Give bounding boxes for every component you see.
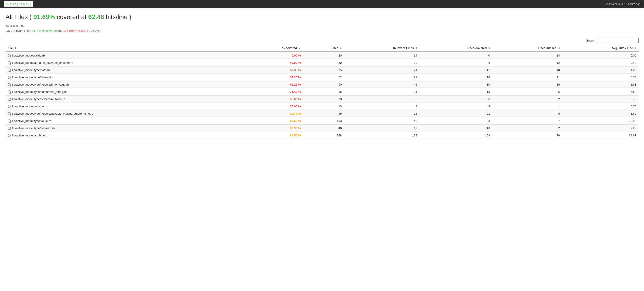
covered-cell: 3 bbox=[420, 103, 492, 110]
relevant-cell: 40 bbox=[344, 117, 420, 125]
title-prefix: All Files ( bbox=[6, 13, 34, 20]
lines-cell: 46 bbox=[303, 125, 344, 132]
main-content: All Files ( 91.69% covered at 62.48 hits… bbox=[0, 8, 644, 143]
file-link[interactable]: lib/active_model/version.rb bbox=[8, 105, 240, 108]
pct-cell: 84.50 % bbox=[242, 132, 303, 139]
avg-cell: 0.75 bbox=[562, 103, 638, 110]
relevant-cell: 21 bbox=[344, 66, 420, 74]
avg-cell: 6.52 bbox=[562, 88, 638, 96]
lines-missed-val: 197 lines missed. bbox=[63, 29, 86, 32]
missed-cell: 12 bbox=[492, 59, 562, 66]
file-cell: lib/active_model/version.rb bbox=[6, 103, 242, 110]
covered-cell: 6 bbox=[420, 96, 492, 103]
file-name: lib/active_model/type/value.rb bbox=[12, 119, 51, 123]
pct-cell: 71.43 % bbox=[242, 88, 303, 96]
page-title: All Files ( 91.69% covered at 62.48 hits… bbox=[6, 13, 638, 21]
avg-cell: 20.98 bbox=[562, 117, 638, 125]
covered-cell: 16 bbox=[420, 74, 492, 81]
and-text: and bbox=[57, 29, 64, 32]
relevant-cell: 27 bbox=[344, 74, 420, 81]
file-link[interactable]: lib/active_model/type/value.rb bbox=[8, 119, 240, 123]
table-row: lib/active_model/type/helpers/mutable.rb… bbox=[6, 96, 638, 103]
file-icon bbox=[8, 61, 11, 64]
relevant-cell: 21 bbox=[344, 88, 420, 96]
lines-cell: 20 bbox=[303, 96, 344, 103]
col-avg-hits[interactable]: Avg. Hits / Line ⇕ bbox=[562, 44, 638, 52]
covered-cell: 109 bbox=[420, 132, 492, 139]
summary: 63 files in total. 2371 relevant lines, … bbox=[6, 23, 638, 33]
pct-cell: 80.77 % bbox=[242, 110, 303, 117]
file-link[interactable]: lib/active_model/type/helpers/accepts_mu… bbox=[8, 112, 240, 115]
file-link[interactable]: lib/active_model/type/helpers/time_value… bbox=[8, 83, 240, 86]
file-icon bbox=[8, 105, 11, 108]
covered-cell: 10 bbox=[420, 125, 492, 132]
col-pct-covered[interactable]: % covered ▲ bbox=[242, 44, 303, 52]
avg-cell: 1.29 bbox=[562, 66, 638, 74]
file-name: lib/active_model/type/helpers/mutable.rb bbox=[12, 97, 65, 101]
covered-cell: 15 bbox=[420, 88, 492, 96]
col-lines[interactable]: Lines ⇕ bbox=[303, 44, 344, 52]
file-cell: lib/active_model/type/helpers/mutable.rb bbox=[6, 96, 242, 103]
file-link[interactable]: lib/active_model/type/float.rb bbox=[8, 68, 240, 72]
avg-cell: 0.75 bbox=[562, 96, 638, 103]
pct-cell: 59.26 % bbox=[242, 74, 303, 81]
file-icon bbox=[8, 83, 11, 86]
col-lines-covered[interactable]: Lines covered ⇕ bbox=[420, 44, 492, 52]
file-name: lib/active_model/type/helpers/time_value… bbox=[12, 83, 69, 86]
file-link[interactable]: lib/active_model/type/helpers/mutable.rb bbox=[8, 97, 240, 101]
file-cell: lib/active_model/type/float.rb bbox=[6, 66, 242, 74]
relevant-cell: 46 bbox=[344, 81, 420, 88]
lines-covered-val: 2174 lines covered bbox=[32, 29, 56, 32]
file-icon bbox=[8, 68, 11, 72]
covered-cell: 8 bbox=[420, 59, 492, 66]
col-lines-missed[interactable]: Lines missed ⇕ bbox=[492, 44, 562, 52]
table-row: lib/active_model/type/helpers/accepts_mu… bbox=[6, 110, 638, 117]
file-icon bbox=[8, 76, 11, 79]
search-input[interactable] bbox=[598, 38, 638, 43]
coverage-pct: 91.69% bbox=[34, 13, 55, 20]
lines-cell: 35 bbox=[303, 88, 344, 96]
file-icon bbox=[8, 98, 11, 101]
file-name: lib/active_model/type/immutable_string.r… bbox=[12, 90, 66, 93]
file-name: lib/active_model/railtie.rb bbox=[12, 54, 45, 57]
missed-cell: 2 bbox=[492, 96, 562, 103]
file-cell: lib/active_model/type/value.rb bbox=[6, 117, 242, 125]
lines-cell: 20 bbox=[303, 52, 344, 59]
pct-cell: 75.00 % bbox=[242, 96, 303, 103]
missed-cell: 6 bbox=[492, 88, 562, 96]
covered-cell: 33 bbox=[420, 117, 492, 125]
col-relevant-lines[interactable]: Relevant Lines ⇕ bbox=[344, 44, 420, 52]
file-link[interactable]: lib/active_model/type/binary.rb bbox=[8, 76, 240, 79]
file-link[interactable]: lib/active_model/railtie.rb bbox=[8, 54, 240, 57]
file-icon bbox=[8, 119, 11, 123]
file-link[interactable]: lib/active_model/attribute_set/yaml_enco… bbox=[8, 61, 240, 64]
missed-cell: 5 bbox=[492, 110, 562, 117]
file-icon bbox=[8, 134, 11, 137]
lines-cell: 133 bbox=[303, 117, 344, 125]
table-row: lib/active_model/type/binary.rb 59.26 % … bbox=[6, 74, 638, 81]
file-name: lib/active_model/type/helpers/accepts_mu… bbox=[12, 112, 94, 115]
table-row: lib/active_model/type/immutable_string.r… bbox=[6, 88, 638, 96]
lines-cell: 35 bbox=[303, 66, 344, 74]
file-cell: lib/active_model/type/immutable_string.r… bbox=[6, 88, 242, 96]
col-file[interactable]: File ⇕ bbox=[6, 44, 242, 52]
covered-cell: 11 bbox=[420, 66, 492, 74]
lines-cell: 10 bbox=[303, 103, 344, 110]
avg-cell: 3.69 bbox=[562, 110, 638, 117]
file-link[interactable]: lib/active_model/type/immutable_string.r… bbox=[8, 90, 240, 93]
avg-cell: 0.74 bbox=[562, 74, 638, 81]
file-cell: lib/active_model/type/binary.rb bbox=[6, 74, 242, 81]
top-bar-tab[interactable]: All Files ( 91.69% ) bbox=[4, 1, 33, 6]
pct-cell: 83.33 % bbox=[242, 125, 303, 132]
lines-cell: 90 bbox=[303, 81, 344, 88]
relevant-cell: 12 bbox=[344, 125, 420, 132]
file-link[interactable]: lib/active_model/attribute.rb bbox=[8, 134, 240, 137]
pct-cell: 0.00 % bbox=[242, 52, 303, 59]
file-link[interactable]: lib/active_model/type/boolean.rb bbox=[8, 126, 240, 130]
table-row: lib/active_model/type/boolean.rb 83.33 %… bbox=[6, 125, 638, 132]
avg-cell: 1.63 bbox=[562, 81, 638, 88]
file-name: lib/active_model/type/boolean.rb bbox=[12, 126, 54, 130]
pct-cell: 82.50 % bbox=[242, 117, 303, 125]
avg-cell: 0.40 bbox=[562, 59, 638, 66]
missed-cell: 20 bbox=[492, 132, 562, 139]
